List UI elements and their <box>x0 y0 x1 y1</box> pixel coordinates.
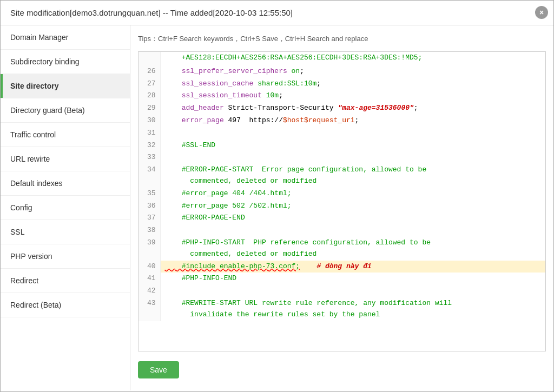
code-line: 33 <box>138 151 545 164</box>
tips-bar: Tips：Ctrl+F Search keywords，Ctrl+S Save，… <box>138 32 546 46</box>
code-line: 40 #include enable-php-73.conf; # dòng n… <box>138 261 545 273</box>
sidebar-item-traffic-control[interactable]: Traffic control <box>1 123 130 147</box>
code-line: 36 #error_page 502 /502.html; <box>138 200 545 212</box>
save-button[interactable]: Save <box>138 361 179 378</box>
sidebar-item-url-rewrite[interactable]: URL rewirte <box>1 147 130 171</box>
modal-body: Domain ManagerSubdirectory bindingSite d… <box>1 25 553 390</box>
sidebar-item-default-indexes[interactable]: Default indexes <box>1 171 130 196</box>
modal-title: Site modification[demo3.dotrungquan.net]… <box>10 8 293 17</box>
sidebar: Domain ManagerSubdirectory bindingSite d… <box>1 25 130 390</box>
code-line: 43 #REWRITE-START URL rewrite rule refer… <box>138 297 545 321</box>
code-line: 41 #PHP-INFO-END <box>138 273 545 285</box>
code-line: 29 add_header Strict-Transport-Security … <box>138 102 545 115</box>
code-line: 42 <box>138 285 545 297</box>
code-line: 34 #ERROR-PAGE-START Error page configur… <box>138 164 545 188</box>
code-line: 37 #ERROR-PAGE-END <box>138 212 545 224</box>
code-line: 39 #PHP-INFO-START PHP reference configu… <box>138 237 545 261</box>
code-line: 38 <box>138 224 545 237</box>
sidebar-item-domain-manager[interactable]: Domain Manager <box>1 25 130 50</box>
code-line: +AES128:EECDH+AES256:RSA+AES256:EECDH+3D… <box>138 52 545 64</box>
modal-header: Site modification[demo3.dotrungquan.net]… <box>1 1 553 25</box>
code-line: 26 ssl_prefer_server_ciphers on; <box>138 65 545 78</box>
close-button[interactable]: × <box>535 6 548 19</box>
code-line: 27 ssl_session_cache shared:SSL:10m; <box>138 78 545 90</box>
save-area: Save <box>138 356 546 384</box>
sidebar-item-ssl[interactable]: SSL <box>1 220 130 244</box>
code-line: 30 error_page 497 https://$host$request_… <box>138 115 545 127</box>
sidebar-item-directory-guard[interactable]: Directory guard (Beta) <box>1 98 130 123</box>
sidebar-item-redirect[interactable]: Redirect <box>1 269 130 293</box>
code-table: +AES128:EECDH+AES256:RSA+AES256:EECDH+3D… <box>138 52 545 321</box>
modal-window: Site modification[demo3.dotrungquan.net]… <box>0 0 554 392</box>
sidebar-item-site-directory[interactable]: Site directory <box>1 74 130 98</box>
code-line: 28 ssl_session_timeout 10m; <box>138 90 545 102</box>
sidebar-item-redirect-beta[interactable]: Redirect (Beta) <box>1 293 130 317</box>
main-content: Tips：Ctrl+F Search keywords，Ctrl+S Save，… <box>130 25 553 390</box>
code-line: 31 <box>138 127 545 139</box>
code-line: 32 #SSL-END <box>138 139 545 152</box>
sidebar-item-php-version[interactable]: PHP version <box>1 244 130 269</box>
code-editor[interactable]: +AES128:EECDH+AES256:RSA+AES256:EECDH+3D… <box>138 51 546 351</box>
sidebar-item-subdirectory-binding[interactable]: Subdirectory binding <box>1 50 130 74</box>
code-line: 35 #error_page 404 /404.html; <box>138 188 545 200</box>
sidebar-item-config[interactable]: Config <box>1 196 130 220</box>
